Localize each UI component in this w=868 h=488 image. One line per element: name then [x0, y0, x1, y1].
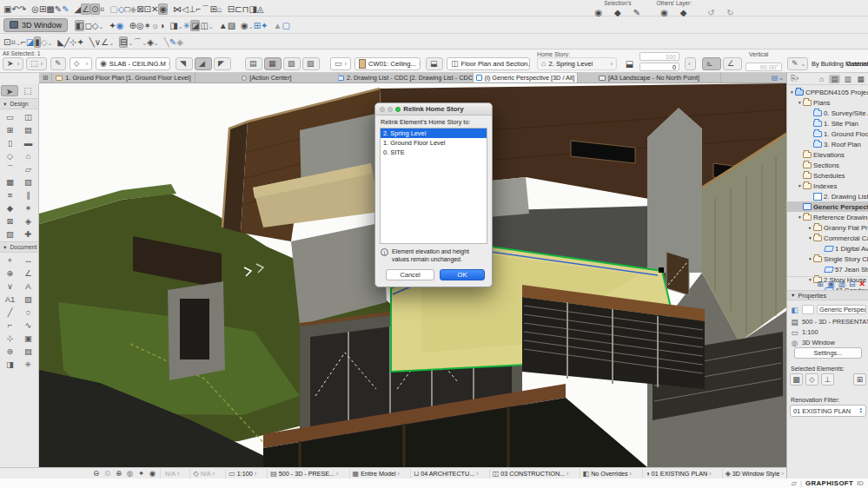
tree-item-roof-plan[interactable]: 3. Roof Plan	[787, 139, 868, 149]
hotspot-tool-icon[interactable]: ⊹	[1, 332, 19, 345]
segment-layer-combination[interactable]: ◫ 03 CONSTRUCTION... ›	[489, 469, 572, 478]
door-tool-icon[interactable]: ◫	[19, 110, 37, 123]
tree-item-granny-flat[interactable]: ▸ Granny Flat Project	[787, 222, 868, 233]
wall-tool-icon[interactable]: ▭	[1, 110, 19, 123]
transform-icon[interactable]: ◪	[26, 37, 34, 47]
pickup-parameters-icon[interactable]: ✎	[55, 4, 62, 14]
marquee-settings-button[interactable]: ⬚›	[26, 57, 47, 70]
home-story-option[interactable]: 0. SITE	[381, 148, 487, 157]
new-folder-icon[interactable]: ⊟	[849, 280, 856, 288]
view-name-field[interactable]: Generic Perspective	[817, 305, 866, 314]
home-story-option[interactable]: 2. Spring Level	[381, 129, 487, 138]
design-section-header[interactable]: ▼Design	[0, 98, 38, 109]
floor-plan-display-button[interactable]: ⬓	[426, 57, 443, 70]
fillet-icon[interactable]: ⌒	[201, 4, 209, 14]
cutaway-icon[interactable]: ◧	[75, 20, 84, 31]
tree-item-elevations[interactable]: Elevations	[787, 149, 868, 160]
segment-scale[interactable]: ▭ 1:100 ›	[225, 469, 259, 478]
tree-item-survey[interactable]: 0. Survey/Site Analysi	[787, 108, 868, 118]
3d-window-button[interactable]: 3D Window	[3, 18, 68, 32]
tree-item-ground-floor[interactable]: 1. Ground Floor Plan	[787, 129, 868, 139]
tab-drawing-list[interactable]: 2. Drawing List - CDC [2. Drawing List -…	[339, 73, 474, 82]
elevation-dimension-icon[interactable]: ∨	[1, 280, 19, 293]
fill-tool-icon[interactable]: ▨	[19, 293, 37, 306]
offset-icon[interactable]: ⊟	[119, 36, 128, 48]
ref-top-button[interactable]: ▤	[245, 57, 262, 70]
ref-bottom-button[interactable]: ▨	[302, 57, 320, 70]
perspective-icon[interactable]: ◻	[84, 21, 91, 30]
split-icon[interactable]: ⊟	[228, 4, 235, 14]
clean-icon[interactable]: ▲	[219, 21, 228, 30]
composite-dropdown[interactable]: CW01: Ceiling...›	[354, 57, 421, 70]
layout-book-button[interactable]: ▥	[842, 75, 853, 83]
lamp-tool-icon[interactable]: ✶	[19, 201, 37, 214]
object-tool-icon[interactable]: ◆	[1, 201, 19, 214]
zoom-extent-icon[interactable]: ⊙	[102, 469, 113, 478]
elevate-icon[interactable]: ⊥	[189, 4, 196, 14]
favorites-icon[interactable]: ▩	[46, 4, 54, 14]
snap-points-icon[interactable]: ⊙	[90, 3, 99, 15]
tree-item-project[interactable]: ▾ CPPBDN4105 Project 1	[787, 87, 868, 97]
window-tool-icon[interactable]: ⊞	[1, 123, 19, 136]
spline-tool-icon[interactable]: ∿	[19, 319, 37, 332]
magic-wand-icon[interactable]: ◈	[147, 37, 154, 47]
element-type-dropdown[interactable]: ◉ SLAB - CEILING.M›	[96, 57, 170, 70]
renovation-filter-select[interactable]: 01 EXISTING PLAN ▲▼	[790, 405, 866, 417]
alert-icon[interactable]: ✦	[261, 21, 268, 30]
walk-icon[interactable]: ✦	[109, 21, 116, 30]
orbit-icon[interactable]: ⊕	[129, 21, 136, 30]
wall-reference-icon[interactable]: ▮	[34, 36, 41, 48]
dialog-title-bar[interactable]: Relink Home Story	[375, 103, 492, 115]
redo-icon[interactable]: ↷	[19, 4, 26, 14]
segment-graphic-override[interactable]: ◧ No Overrides ›	[580, 469, 634, 478]
tree-item-indexes[interactable]: ▾ Indexes	[787, 181, 868, 191]
offset-chevron-button[interactable]: ›	[685, 57, 696, 70]
camera-path-icon[interactable]: ◎	[136, 21, 144, 30]
morph-tool-icon[interactable]: ▱	[19, 162, 37, 175]
element-info-button[interactable]: ▩	[790, 373, 803, 386]
line-tool-icon[interactable]: ╱	[1, 306, 19, 319]
tree-item-commercial-cafe[interactable]: ▾ Commercial Cafe Proj	[787, 233, 868, 243]
walk-icon[interactable]: ✦	[136, 469, 147, 478]
geometry-plane-button[interactable]: ◥	[176, 57, 193, 70]
arrow-tool-icon[interactable]: ➤	[1, 85, 18, 96]
geometry-slope-button[interactable]: ◢	[195, 57, 212, 70]
column-tool-icon[interactable]: ▯	[1, 136, 19, 149]
marquee-tool-icon[interactable]: ⬚	[19, 85, 36, 96]
offset-to-story-input[interactable]	[639, 63, 679, 71]
chevron-down-icon[interactable]: ⌄	[47, 40, 52, 46]
display-mode-dropdown[interactable]: ◫ Floor Plan and Section...›	[447, 57, 530, 70]
sun-tool-icon[interactable]: ✳	[19, 358, 37, 371]
find-select-icon[interactable]: ◎	[31, 4, 39, 14]
modify-icon[interactable]: ◬	[257, 4, 264, 14]
chevron-down-icon[interactable]: ⌄	[98, 23, 103, 30]
ok-button[interactable]: OK	[440, 269, 485, 280]
save-view-icon[interactable]: ▥	[838, 280, 845, 288]
orbit-icon[interactable]: ◎	[124, 469, 136, 478]
tab-overview-button[interactable]: ⊞	[39, 73, 52, 82]
undo-icon[interactable]: ↶	[11, 4, 18, 14]
mirror-icon[interactable]: ⋈	[173, 4, 182, 14]
grid-snap-icon[interactable]: ⌗	[100, 4, 105, 14]
reference-line-button[interactable]: ▭›	[330, 57, 351, 70]
document-section-header[interactable]: ▼Document	[0, 241, 38, 253]
view-map-button[interactable]: ▤	[829, 75, 840, 83]
truss-tool-icon[interactable]: ▧	[1, 228, 19, 241]
polyline-tool-icon[interactable]: ⌐	[1, 319, 19, 332]
opening-tool-icon[interactable]: ⊠	[1, 214, 19, 228]
zoom-icon[interactable]	[395, 107, 401, 112]
tab-a3-landscape[interactable]: [A3 Landscape - No North Point]	[578, 73, 721, 82]
zoom-in-icon[interactable]: ⊕	[113, 469, 124, 478]
angle-icon[interactable]: ∠	[101, 37, 109, 47]
cutplane-icon[interactable]: ◪	[190, 20, 200, 31]
surface-pen-button[interactable]: ✎⌄	[787, 57, 808, 70]
segment-elevation[interactable]: ◇ N/A ›	[189, 469, 216, 478]
project-map-button[interactable]: ⌂	[816, 75, 827, 83]
properties-header[interactable]: ▼ Properties	[787, 290, 868, 300]
segment-window-style[interactable]: ◈ 3D Window Style ›	[722, 469, 786, 478]
railing-tool-icon[interactable]: ∥	[19, 188, 37, 201]
curtain-wall-tool-icon[interactable]: ▤	[19, 123, 37, 136]
tab-generic-perspective[interactable]: (i) Generic Perspective [3D / All]	[474, 73, 578, 82]
marquee-options-icon[interactable]: ▢	[109, 4, 117, 14]
segment-renovation-filter[interactable]: ◑ 01 EXISTING PLAN ›	[642, 469, 714, 478]
